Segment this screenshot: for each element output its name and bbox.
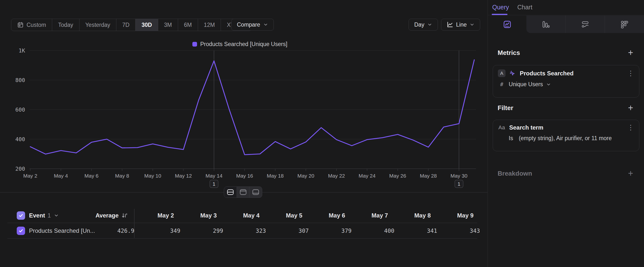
range-3m[interactable]: 3M [158,19,178,31]
metric-card[interactable]: A Products Searched ⋮ # Unique Users [493,65,639,98]
annotation-badge-count: 1 [458,181,460,187]
toolbar-right: Day Line [408,19,480,31]
metric-event-name[interactable]: Products Searched [520,70,624,77]
chevron-down-icon[interactable] [54,213,59,218]
table-row[interactable]: Products Searched [Un... 426.9 349299323… [0,223,488,238]
x-axis-tick: May 26 [389,173,406,179]
aggregation-symbol: # [498,81,506,87]
filter-property-name[interactable]: Search term [509,124,624,131]
filter-card[interactable]: Aa Search term ⋮ Is (empty string), Air … [493,120,639,151]
range-label: 12M [204,22,215,28]
chevron-down-icon [263,22,268,27]
day-column-header[interactable]: May 5 [262,212,305,219]
sidebar: Query Chart [488,0,644,267]
tab-flows[interactable] [566,16,605,33]
chart-type-button[interactable]: Line [441,19,480,31]
add-metric-button[interactable]: + [628,49,633,56]
breakdown-title: Breakdown [498,170,532,177]
tab-insights[interactable] [488,16,526,33]
tab-chart[interactable]: Chart [517,4,532,11]
breakdown-section-header: Breakdown + [498,169,633,178]
retention-icon [620,20,629,29]
active-tab-underline [492,14,508,15]
range-7d[interactable]: 7D [116,19,135,31]
x-axis-tick: May 8 [115,173,129,179]
y-axis-tick: 200 [15,166,25,172]
range-30d[interactable]: 30D [135,19,158,31]
day-column-header[interactable]: May 6 [305,212,348,219]
date-range-group: CustomTodayYesterday7D30D3M6M12MXTD [11,19,252,31]
select-all-checkbox[interactable] [17,211,25,220]
table-column-divider [134,209,134,238]
inactive-report-tabs [526,16,644,33]
calendar-icon [17,22,24,28]
split-view-icon [227,189,234,195]
tab-funnels[interactable] [526,16,566,33]
flows-icon [581,21,590,28]
day-column-header[interactable]: May 7 [348,212,391,219]
day-column-header[interactable]: May 3 [177,212,220,219]
x-axis-tick: May 2 [23,173,37,179]
add-breakdown-button[interactable]: + [628,170,633,177]
row-checkbox[interactable] [17,227,25,235]
range-label: 6M [184,22,192,28]
compare-label: Compare [237,22,260,28]
metric-kebab-menu[interactable]: ⋮ [627,70,634,77]
series-line[interactable] [30,60,474,155]
x-axis-tick: May 16 [236,173,253,179]
y-axis-tick: 800 [15,77,25,83]
main-area: CustomTodayYesterday7D30D3M6M12MXTD Comp… [0,0,488,267]
funnels-icon [542,21,550,28]
average-column-header[interactable]: Average [96,212,118,219]
day-value-cell: 343 [440,228,483,234]
add-filter-button[interactable]: + [628,104,633,112]
chart-legend[interactable]: Products Searched [Unique Users] [0,41,480,48]
chevron-down-icon[interactable] [546,82,551,87]
table-header-row: Event 1 Average May 2May 3May 4May 5May … [0,208,488,223]
day-column-header[interactable]: May 9 [434,212,476,219]
filter-value[interactable]: (empty string), Air purifier, or 11 more [519,135,612,142]
check-icon [18,228,23,233]
line-chart[interactable]: 1K800600400200May 2May 4May 6May 8May 10… [0,47,480,190]
range-label: Custom [26,22,46,28]
aggregation-selector[interactable]: Unique Users [509,81,543,88]
day-value-cell: 307 [269,228,312,234]
filter-kebab-menu[interactable]: ⋮ [627,124,634,131]
day-value-cell: 299 [183,228,226,234]
table-divider [8,223,477,223]
tab-retention[interactable] [605,16,644,33]
y-axis-tick: 1K [19,48,25,54]
view-toggle-split[interactable] [224,187,237,197]
granularity-button[interactable]: Day [408,19,438,31]
range-yesterday[interactable]: Yesterday [79,19,116,31]
tab-query[interactable]: Query [492,4,509,11]
range-today[interactable]: Today [52,19,79,31]
view-toggle-table-only[interactable] [249,187,262,197]
x-axis-tick: May 22 [328,173,345,179]
filter-section-header: Filter + [498,103,633,112]
compare-button[interactable]: Compare [231,19,274,31]
day-column-header[interactable]: May 4 [220,212,262,219]
chevron-down-icon [470,22,474,27]
string-type-icon: Aa [498,124,506,131]
range-custom[interactable]: Custom [11,19,52,31]
day-value-cell: 341 [397,228,440,234]
view-toggle-chart-only[interactable] [237,187,250,197]
event-column-header: Event [29,212,45,219]
range-12m[interactable]: 12M [198,19,221,31]
metrics-section-header: Metrics + [498,48,633,57]
row-average-value: 426.9 [117,228,134,234]
day-value-cell: 379 [312,228,354,234]
range-6m[interactable]: 6M [178,19,198,31]
filter-operator[interactable]: Is [509,135,513,142]
filter-title: Filter [498,104,514,112]
legend-swatch [192,42,197,47]
x-axis-tick: May 24 [359,173,376,179]
day-column-header[interactable]: May 2 [134,212,177,219]
day-column-header[interactable]: May 8 [391,212,434,219]
sort-descending-icon[interactable] [122,212,128,219]
y-axis-tick: 600 [15,107,25,113]
x-axis-tick: May 14 [206,173,222,179]
x-axis-tick: May 20 [298,173,314,179]
x-axis-tick: May 4 [54,173,68,179]
